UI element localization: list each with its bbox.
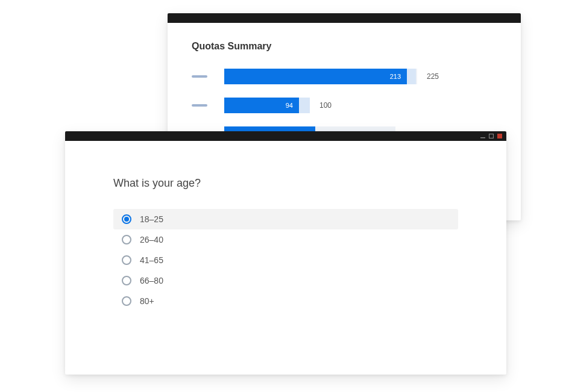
quota-total: 100 (319, 101, 332, 110)
quota-bar-track: 94 (224, 98, 310, 113)
close-icon[interactable] (497, 133, 503, 139)
quotas-titlebar (168, 13, 521, 23)
radio-icon (122, 235, 131, 244)
option-label: 80+ (140, 296, 154, 306)
svg-rect-0 (480, 137, 485, 138)
option-label: 26–40 (140, 235, 163, 244)
quota-bar-extra (299, 98, 310, 113)
maximize-icon[interactable] (488, 133, 494, 139)
quota-label-dash-icon (192, 75, 207, 78)
option-26-40[interactable]: 26–40 (113, 229, 458, 250)
option-41-65[interactable]: 41–65 (113, 250, 458, 270)
quota-label-dash-icon (192, 104, 207, 107)
radio-icon (122, 214, 131, 224)
option-label: 41–65 (140, 255, 163, 265)
radio-icon (122, 296, 131, 306)
survey-content: What is your age? 18–25 26–40 41–65 66–8… (65, 141, 506, 347)
quota-row: 213 225 (192, 69, 497, 84)
survey-window: What is your age? 18–25 26–40 41–65 66–8… (65, 131, 506, 375)
quota-bar-fill: 213 (224, 69, 407, 84)
option-66-80[interactable]: 66–80 (113, 270, 458, 291)
quotas-title: Quotas Summary (192, 41, 497, 52)
option-80-plus[interactable]: 80+ (113, 291, 458, 311)
quota-bar-fill: 94 (224, 98, 299, 113)
quota-bar-track: 213 (224, 69, 417, 84)
option-label: 18–25 (140, 214, 163, 224)
radio-icon (122, 255, 131, 265)
quota-bar-value: 94 (286, 102, 293, 109)
question-text: What is your age? (113, 177, 458, 190)
survey-titlebar (65, 131, 506, 141)
quota-total: 225 (427, 72, 439, 81)
quota-bar-extra (407, 69, 416, 84)
svg-rect-1 (489, 134, 494, 138)
svg-rect-2 (497, 134, 502, 138)
options-list: 18–25 26–40 41–65 66–80 80+ (113, 209, 458, 311)
option-label: 66–80 (140, 276, 163, 285)
radio-icon (122, 276, 131, 285)
quota-bar-value: 213 (390, 73, 401, 80)
quota-row: 94 100 (192, 98, 497, 113)
minimize-icon[interactable] (480, 133, 486, 139)
option-18-25[interactable]: 18–25 (113, 209, 458, 229)
